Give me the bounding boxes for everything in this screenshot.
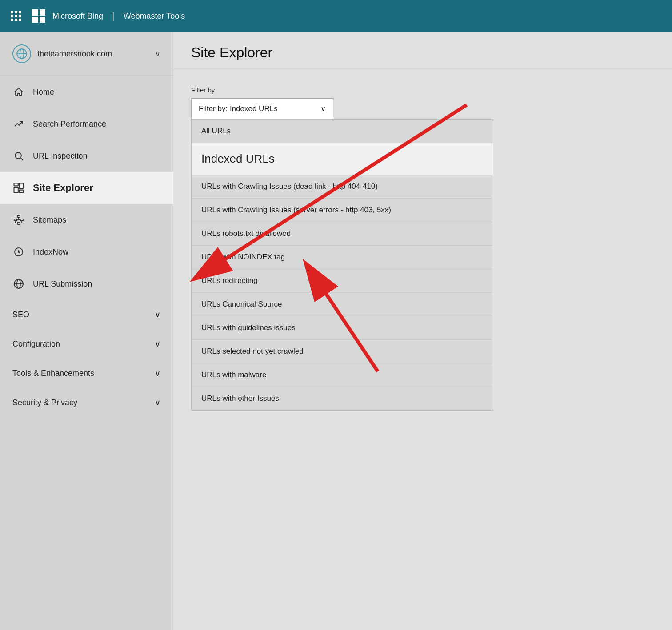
sidebar-section-seo-label: SEO — [12, 310, 29, 319]
site-globe-icon — [12, 44, 31, 63]
site-selector[interactable]: thelearnersnook.com ∨ — [0, 32, 173, 76]
site-explorer-icon — [12, 182, 25, 194]
sidebar-item-home[interactable]: Home — [0, 76, 173, 108]
page-title: Site Explorer — [191, 44, 654, 61]
filter-label: Filter by — [191, 86, 654, 94]
filter-dropdown-chevron: ∨ — [320, 104, 326, 113]
sidebar-section-tools-enhancements[interactable]: Tools & Enhancements ∨ — [0, 359, 173, 388]
dropdown-option-other-issues[interactable]: URLs with other Issues — [192, 387, 493, 410]
main-content: Site Explorer Filter by Filter by: Index… — [173, 32, 672, 630]
sidebar-item-url-submission[interactable]: URL Submission — [0, 268, 173, 300]
dropdown-option-indexed-urls[interactable]: Indexed URLs — [192, 143, 493, 175]
windows-icon — [32, 9, 45, 23]
sidebar-section-security-label: Security & Privacy — [12, 398, 77, 407]
dropdown-option-not-crawled[interactable]: URLs selected not yet crawled — [192, 340, 493, 363]
sidebar-item-url-inspection-label: URL Inspection — [33, 152, 160, 161]
dropdown-option-noindex[interactable]: URLs with NOINDEX tag — [192, 246, 493, 269]
svg-rect-12 — [17, 223, 20, 224]
main-layout: thelearnersnook.com ∨ Home Search Perfor… — [0, 32, 672, 630]
filter-dropdown-current-value: Filter by: Indexed URLs — [199, 104, 278, 113]
seo-chevron-icon: ∨ — [155, 310, 160, 319]
svg-point-18 — [18, 251, 19, 252]
filter-dropdown-button[interactable]: Filter by: Indexed URLs ∨ — [191, 98, 333, 119]
svg-line-4 — [21, 158, 24, 161]
sidebar-item-indexnow[interactable]: IndexNow — [0, 236, 173, 268]
svg-rect-9 — [17, 215, 20, 217]
sidebar-item-indexnow-label: IndexNow — [33, 247, 160, 257]
svg-rect-8 — [19, 190, 23, 193]
dropdown-option-guidelines[interactable]: URLs with guidelines issues — [192, 316, 493, 340]
svg-point-3 — [15, 152, 21, 159]
sitemap-icon — [12, 214, 25, 226]
configuration-chevron-icon: ∨ — [155, 339, 160, 349]
sidebar-item-sitemaps-label: Sitemaps — [33, 215, 160, 225]
header-bar: Microsoft Bing | Webmaster Tools — [0, 0, 672, 32]
dropdown-option-crawling-server[interactable]: URLs with Crawling Issues (server errors… — [192, 199, 493, 222]
dropdown-option-malware[interactable]: URLs with malware — [192, 363, 493, 387]
app-name: Microsoft Bing — [52, 12, 103, 21]
svg-rect-11 — [20, 219, 23, 221]
tools-chevron-icon: ∨ — [155, 368, 160, 378]
svg-rect-6 — [14, 187, 18, 193]
sidebar-item-search-performance-label: Search Performance — [33, 120, 160, 129]
indexnow-icon — [12, 246, 25, 258]
dropdown-option-canonical[interactable]: URLs Canonical Source — [192, 293, 493, 316]
sidebar-item-site-explorer-label: Site Explorer — [33, 182, 160, 194]
search-icon — [12, 150, 25, 162]
svg-rect-5 — [14, 183, 18, 186]
section-name: Webmaster Tools — [124, 12, 185, 21]
sidebar: thelearnersnook.com ∨ Home Search Perfor… — [0, 32, 173, 630]
dropdown-option-crawling-dead[interactable]: URLs with Crawling Issues (dead link - h… — [192, 175, 493, 199]
sidebar-section-tools-label: Tools & Enhancements — [12, 369, 94, 378]
sidebar-item-site-explorer[interactable]: Site Explorer — [0, 172, 173, 204]
home-icon — [12, 86, 25, 98]
url-submission-icon — [12, 278, 25, 290]
header-divider: | — [112, 10, 115, 22]
sidebar-section-configuration-label: Configuration — [12, 339, 60, 349]
sidebar-item-search-performance[interactable]: Search Performance — [0, 108, 173, 140]
sidebar-section-security-privacy[interactable]: Security & Privacy ∨ — [0, 388, 173, 417]
sidebar-item-url-submission-label: URL Submission — [33, 279, 160, 289]
page-title-bar: Site Explorer — [173, 32, 672, 70]
filter-dropdown-list: All URLs Indexed URLs URLs with Crawling… — [191, 119, 493, 411]
security-chevron-icon: ∨ — [155, 398, 160, 407]
sidebar-section-seo[interactable]: SEO ∨ — [0, 300, 173, 329]
trending-icon — [12, 118, 25, 130]
site-selector-chevron: ∨ — [155, 50, 160, 58]
content-area: Filter by Filter by: Indexed URLs ∨ All … — [173, 70, 672, 427]
sidebar-item-home-label: Home — [33, 88, 160, 97]
sidebar-item-url-inspection[interactable]: URL Inspection — [0, 140, 173, 172]
site-name: thelearnersnook.com — [37, 49, 149, 59]
svg-rect-7 — [19, 183, 23, 189]
sidebar-item-sitemaps[interactable]: Sitemaps — [0, 204, 173, 236]
dropdown-option-redirecting[interactable]: URLs redirecting — [192, 269, 493, 293]
apps-icon[interactable] — [11, 11, 21, 21]
sidebar-section-configuration[interactable]: Configuration ∨ — [0, 329, 173, 359]
dropdown-option-all-urls[interactable]: All URLs — [192, 120, 493, 143]
dropdown-option-robots-disallowed[interactable]: URLs robots.txt disallowed — [192, 222, 493, 246]
